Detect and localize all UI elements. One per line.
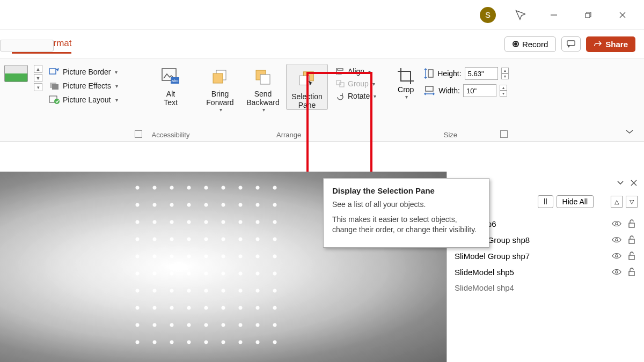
svg-rect-29: [629, 223, 634, 227]
tooltip-selection-pane: Display the Selection Pane See a list of…: [323, 178, 489, 248]
svg-rect-16: [260, 75, 270, 84]
picture-layout-icon: [49, 95, 60, 105]
pane-options-button[interactable]: [616, 179, 625, 187]
bring-forward-button[interactable]: Bring Forward ▾: [199, 62, 241, 113]
width-up[interactable]: ▴: [500, 85, 507, 91]
lock-icon[interactable]: [627, 251, 636, 261]
height-up[interactable]: ▴: [501, 68, 509, 73]
ribbon: ▲ ▼ ▾ Picture Border ▾ Picture Effects ▾…: [0, 58, 644, 142]
bring-forward-icon: [210, 67, 230, 86]
record-icon: [513, 41, 519, 47]
group-icon: [335, 79, 345, 88]
selection-pane-button[interactable]: Selection Pane: [286, 64, 328, 110]
gallery-down-button[interactable]: ▼: [34, 74, 42, 82]
record-button[interactable]: Record: [504, 36, 556, 52]
quick-access-field[interactable]: [0, 40, 54, 51]
width-input[interactable]: [463, 84, 496, 97]
crop-button[interactable]: Crop ▾: [392, 67, 419, 100]
chevron-down-icon: ▾: [115, 69, 118, 75]
picture-style-thumb: [4, 65, 28, 82]
share-button[interactable]: Share: [586, 36, 635, 52]
height-down[interactable]: ▾: [501, 73, 509, 79]
restore-button[interactable]: [577, 4, 599, 26]
hide-all-button[interactable]: Hide All: [557, 195, 594, 208]
width-label: Width:: [438, 86, 460, 95]
selection-item-name: SlideModel shp4: [455, 283, 631, 292]
height-icon: [423, 68, 434, 79]
send-backward-label: Send Backward: [246, 90, 279, 107]
group-label-size: Size: [392, 130, 508, 139]
lock-icon[interactable]: [627, 267, 636, 277]
svg-rect-21: [338, 72, 341, 74]
bring-forward-order-button[interactable]: △: [611, 196, 623, 208]
svg-point-9: [54, 99, 60, 104]
lock-icon[interactable]: [627, 235, 636, 245]
rotate-icon: [335, 92, 345, 100]
crop-label: Crop: [398, 85, 414, 94]
collapse-ribbon-button[interactable]: [625, 128, 634, 135]
svg-rect-20: [338, 69, 343, 70]
avatar-initial: S: [485, 10, 491, 19]
width-row: Width: ▴▾: [423, 84, 508, 97]
height-label: Height:: [437, 69, 461, 78]
rotate-button[interactable]: Rotate ▾: [333, 91, 378, 101]
selection-item-name: SliModel Group shp7: [455, 252, 606, 261]
pane-close-button[interactable]: [630, 179, 638, 187]
height-row: Height: ▴▾: [423, 67, 508, 80]
visibility-icon[interactable]: [612, 267, 621, 277]
svg-rect-35: [629, 271, 634, 276]
width-down[interactable]: ▾: [500, 91, 507, 97]
svg-point-28: [616, 223, 618, 225]
chevron-down-icon: ▾: [115, 97, 118, 103]
picture-border-icon: [49, 67, 60, 77]
minimize-button[interactable]: [543, 4, 565, 26]
picture-layout-button[interactable]: Picture Layout ▾: [47, 94, 143, 106]
svg-rect-33: [629, 255, 634, 260]
work-area: tion ll Hide All △ ▽ Model shp6 SliModel: [0, 172, 644, 362]
share-label: Share: [605, 40, 628, 49]
show-all-button[interactable]: ll: [538, 195, 553, 208]
selection-item[interactable]: SliModel Group shp7: [453, 248, 638, 264]
style-gallery[interactable]: [1, 62, 31, 82]
user-avatar[interactable]: S: [480, 7, 496, 23]
svg-rect-18: [299, 76, 310, 85]
selection-pane-label: Selection Pane: [291, 92, 323, 109]
tab-strip: Picture Format Record Share: [0, 30, 644, 58]
lock-icon[interactable]: [627, 219, 636, 228]
picture-border-button[interactable]: Picture Border ▾: [47, 66, 143, 78]
picture-border-label: Picture Border: [63, 68, 111, 76]
mic-icon[interactable]: [509, 4, 530, 26]
visibility-icon[interactable]: [612, 251, 621, 261]
title-bar: S: [0, 0, 644, 30]
close-button[interactable]: [612, 4, 633, 26]
chevron-down-icon: ▾: [219, 107, 222, 113]
tooltip-title: Display the Selection Pane: [332, 186, 480, 195]
group-label-accessibility: Accessibility: [150, 130, 192, 139]
gallery-up-button[interactable]: ▲: [34, 65, 42, 73]
align-label: Align: [348, 67, 364, 76]
visibility-icon[interactable]: [612, 219, 621, 228]
send-backward-order-button[interactable]: ▽: [626, 196, 638, 208]
visibility-icon[interactable]: [612, 235, 621, 245]
picture-effects-button[interactable]: Picture Effects ▾: [47, 80, 143, 92]
selection-item[interactable]: SlideModel shp5: [453, 264, 638, 280]
send-backward-icon: [253, 67, 273, 86]
alt-text-button[interactable]: abc Alt Text: [150, 62, 192, 107]
decorative-dot-grid: [129, 179, 290, 351]
dialog-launcher-picture-styles[interactable]: [135, 130, 142, 138]
send-backward-button[interactable]: Send Backward ▾: [242, 62, 284, 113]
group-label: Group: [348, 79, 369, 88]
rotate-label: Rotate: [348, 92, 370, 100]
selection-item[interactable]: SlideModel shp4: [453, 280, 638, 295]
comments-button[interactable]: [561, 36, 581, 51]
chevron-down-icon: ▾: [405, 94, 408, 100]
svg-rect-14: [213, 73, 223, 83]
dialog-launcher-size[interactable]: [500, 130, 508, 138]
gallery-more-button[interactable]: ▾: [34, 83, 42, 91]
svg-text:abc: abc: [172, 78, 179, 83]
alt-text-label: Alt Text: [164, 90, 178, 107]
selection-pane-icon: [297, 70, 317, 89]
height-input[interactable]: [465, 67, 498, 80]
align-button[interactable]: Align ▾: [333, 66, 378, 77]
picture-effects-label: Picture Effects: [63, 82, 111, 90]
